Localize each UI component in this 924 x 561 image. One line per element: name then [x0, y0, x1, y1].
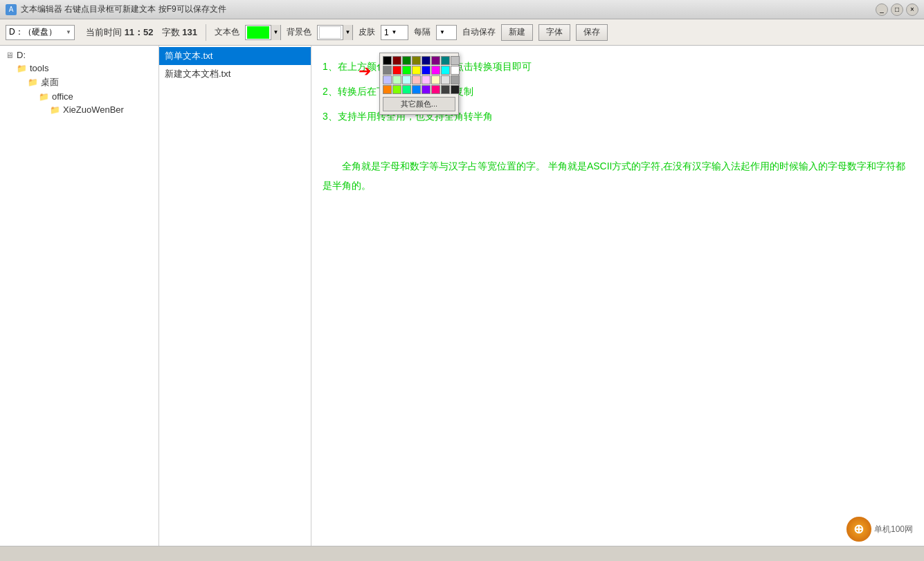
watermark: ⊕ 单机100网 — [846, 517, 913, 542]
color-cell[interactable] — [392, 85, 401, 94]
skin-combo[interactable]: 1 ▼ — [381, 25, 408, 40]
editor-line-3 — [323, 131, 913, 151]
autosave-label: 自动保存 — [462, 26, 496, 38]
minimize-button[interactable]: _ — [876, 3, 888, 16]
file-item-1-name: 新建文本文档.txt — [165, 68, 230, 79]
color-cell[interactable] — [431, 56, 440, 65]
color-cell[interactable] — [431, 75, 440, 84]
color-cell[interactable] — [392, 56, 401, 65]
interval-label: 每隔 — [414, 26, 431, 38]
color-cell[interactable] — [451, 56, 460, 65]
drive-combo-arrow-icon: ▼ — [66, 29, 71, 35]
folder-icon-xiezuowenben: 📁 — [50, 105, 60, 115]
tree-item-desktop-label: 桌面 — [41, 76, 59, 89]
font-button[interactable]: 字体 — [538, 24, 570, 41]
skin-value: 1 — [384, 28, 389, 37]
color-cell[interactable] — [412, 66, 421, 75]
color-cell[interactable] — [451, 85, 460, 94]
main-layout: 🖥 D: 📁 tools 📁 桌面 📁 office 📁 XieZuoWenBe… — [0, 46, 924, 546]
close-button[interactable]: × — [906, 3, 918, 16]
wordcount-display: 字数 131 — [162, 26, 197, 39]
color-cell[interactable] — [392, 75, 401, 84]
text-color-swatch — [247, 26, 269, 39]
interval-combo[interactable]: ▼ — [436, 25, 457, 40]
tree-item-desktop[interactable]: 📁 桌面 — [0, 75, 158, 90]
drive-selector[interactable]: D：（硬盘） ▼ — [6, 25, 75, 40]
watermark-text: 单机100网 — [874, 524, 913, 535]
tree-item-drive-d[interactable]: 🖥 D: — [0, 48, 158, 62]
folder-icon-desktop: 📁 — [28, 77, 38, 87]
text-color-combo[interactable]: ▼ — [245, 25, 281, 40]
color-cell[interactable] — [412, 75, 421, 84]
separator-1 — [206, 24, 206, 41]
color-cell[interactable] — [441, 56, 450, 65]
tree-item-tools[interactable]: 📁 tools — [0, 62, 158, 75]
watermark-logo: ⊕ — [846, 517, 871, 542]
folder-icon-tools: 📁 — [17, 64, 27, 73]
color-cell[interactable] — [422, 75, 431, 84]
color-cell[interactable] — [422, 56, 431, 65]
bg-color-combo[interactable]: ▼ — [317, 25, 353, 40]
window-controls: _ □ × — [876, 3, 918, 16]
color-cell[interactable] — [441, 85, 450, 94]
color-cell[interactable] — [402, 85, 411, 94]
editor-area[interactable]: 1、在上方颜色框里选择颜色，点击转换项目即可 2、转换后在下方文本框里选中复制 … — [311, 46, 924, 546]
text-color-label: 文本色 — [215, 26, 239, 38]
color-cell[interactable] — [383, 85, 392, 94]
arrow-indicator: ➔ — [359, 62, 371, 80]
bg-color-label: 背景色 — [287, 26, 311, 38]
color-cell[interactable] — [451, 75, 460, 84]
window-title: 文本编辑器 右键点目录框可新建文本 按F9可以保存文件 — [21, 3, 226, 15]
text-color-arrow-icon[interactable]: ▼ — [271, 25, 280, 40]
color-cell[interactable] — [441, 75, 450, 84]
bg-color-arrow-icon[interactable]: ▼ — [343, 25, 352, 40]
time-label: 当前时间 11：52 — [86, 26, 154, 39]
file-item-0-name: 简单文本.txt — [165, 50, 212, 61]
color-cell[interactable] — [402, 75, 411, 84]
color-cell[interactable] — [383, 66, 392, 75]
title-bar-left: A 文本编辑器 右键点目录框可新建文本 按F9可以保存文件 — [6, 3, 226, 15]
color-cell[interactable] — [402, 66, 411, 75]
color-cell[interactable] — [422, 85, 431, 94]
drive-icon: 🖥 — [6, 50, 14, 60]
bg-color-swatch — [319, 26, 341, 39]
skin-arrow-icon: ▼ — [392, 29, 397, 35]
tree-item-office[interactable]: 📁 office — [0, 90, 158, 103]
file-tree-sidebar[interactable]: 🖥 D: 📁 tools 📁 桌面 📁 office 📁 XieZuoWenBe… — [0, 46, 159, 546]
tree-item-drive-d-label: D: — [17, 50, 26, 60]
editor-line-4: 全角就是字母和数字等与汉字占等宽位置的字。 半角就是ASCII方式的字符,在没有… — [323, 156, 913, 195]
tree-item-office-label: office — [52, 91, 73, 102]
tree-item-tools-label: tools — [30, 63, 48, 73]
drive-combo[interactable]: D：（硬盘） ▼ — [6, 25, 75, 40]
color-cell[interactable] — [431, 85, 440, 94]
file-list[interactable]: 简单文本.txt 新建文本文档.txt — [159, 46, 311, 546]
status-bar — [0, 546, 924, 561]
maximize-button[interactable]: □ — [891, 3, 903, 16]
drive-combo-value: D：（硬盘） — [9, 26, 57, 38]
toolbar: D：（硬盘） ▼ 当前时间 11：52 字数 131 文本色 ▼ 背景色 ▼ 皮… — [0, 19, 924, 46]
color-cell[interactable] — [383, 75, 392, 84]
color-cell[interactable] — [402, 56, 411, 65]
skin-label: 皮肤 — [359, 26, 375, 38]
color-cell[interactable] — [412, 56, 421, 65]
save-button[interactable]: 保存 — [576, 24, 608, 41]
color-cell[interactable] — [422, 66, 431, 75]
color-grid[interactable] — [383, 56, 455, 94]
tree-item-xiezuowenben[interactable]: 📁 XieZuoWenBer — [0, 103, 158, 116]
color-cell[interactable] — [392, 66, 401, 75]
app-icon: A — [6, 4, 17, 15]
color-cell[interactable] — [412, 85, 421, 94]
other-colors-button[interactable]: 其它颜色... — [383, 97, 455, 111]
color-cell[interactable] — [383, 56, 392, 65]
file-item-0[interactable]: 简单文本.txt — [159, 47, 311, 65]
interval-arrow-icon: ▼ — [440, 29, 445, 35]
title-bar: A 文本编辑器 右键点目录框可新建文本 按F9可以保存文件 _ □ × — [0, 0, 924, 19]
folder-icon-office: 📁 — [39, 92, 49, 102]
color-cell[interactable] — [441, 66, 450, 75]
color-cell[interactable] — [451, 66, 460, 75]
tree-item-xiezuowenben-label: XieZuoWenBer — [63, 104, 124, 115]
file-item-1[interactable]: 新建文本文档.txt — [159, 65, 311, 83]
color-cell[interactable] — [431, 66, 440, 75]
color-picker-popup[interactable]: 其它颜色... — [379, 53, 459, 115]
new-button[interactable]: 新建 — [501, 24, 533, 41]
